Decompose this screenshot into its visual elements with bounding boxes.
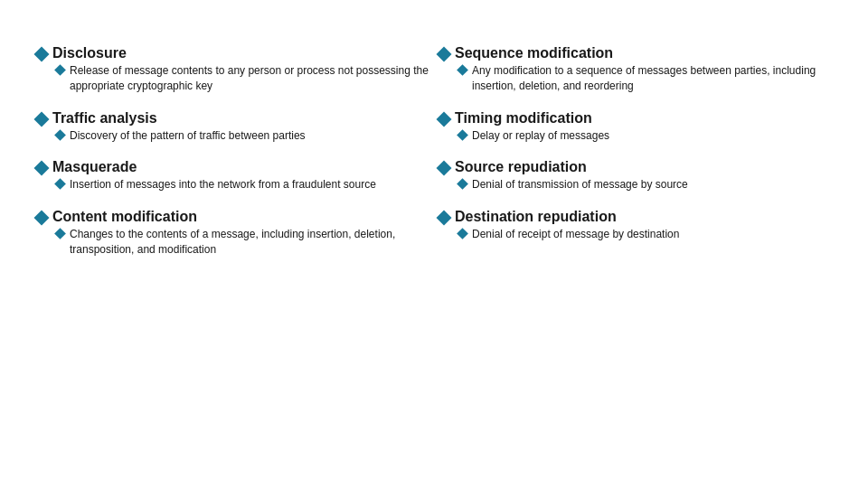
sub-diamond-icon xyxy=(54,228,66,239)
sub-text-disclosure: Release of message contents to any perso… xyxy=(70,63,429,94)
sub-item-destination-repudiation: Denial of receipt of message by destinat… xyxy=(458,227,832,242)
sub-diamond-icon xyxy=(457,228,468,239)
sub-text-source-repudiation: Denial of transmission of message by sou… xyxy=(472,177,688,192)
sub-diamond-icon xyxy=(54,129,66,141)
content-area: DisclosureRelease of message contents to… xyxy=(36,45,832,263)
section-title-source-repudiation: Source repudiation xyxy=(455,159,587,175)
sub-diamond-icon xyxy=(457,179,468,191)
section-header-sequence-modification: Sequence modification xyxy=(439,45,832,61)
section-header-destination-repudiation: Destination repudiation xyxy=(439,209,832,225)
sub-item-source-repudiation: Denial of transmission of message by sou… xyxy=(458,177,832,192)
sub-diamond-icon xyxy=(457,129,468,141)
diamond-icon xyxy=(437,211,452,226)
section-masquerade: MasqueradeInsertion of messages into the… xyxy=(36,159,429,192)
section-title-disclosure: Disclosure xyxy=(52,45,127,61)
sub-text-sequence-modification: Any modification to a sequence of messag… xyxy=(472,63,832,94)
section-title-traffic-analysis: Traffic analysis xyxy=(52,110,157,127)
sub-diamond-icon xyxy=(457,64,468,76)
diamond-icon xyxy=(437,161,452,176)
section-timing-modification: Timing modificationDelay or replay of me… xyxy=(439,110,832,144)
diamond-icon xyxy=(34,111,50,127)
sub-diamond-icon xyxy=(54,64,66,76)
sub-text-traffic-analysis: Discovery of the pattern of traffic betw… xyxy=(70,128,306,144)
section-sequence-modification: Sequence modificationAny modification to… xyxy=(439,45,832,94)
sub-item-content-modification: Changes to the contents of a message, in… xyxy=(56,227,429,258)
section-title-sequence-modification: Sequence modification xyxy=(455,45,613,61)
section-header-traffic-analysis: Traffic analysis xyxy=(36,110,429,127)
sub-text-timing-modification: Delay or replay of messages xyxy=(472,128,609,144)
diamond-icon xyxy=(437,47,452,62)
sub-item-traffic-analysis: Discovery of the pattern of traffic betw… xyxy=(56,128,429,144)
section-title-timing-modification: Timing modification xyxy=(455,110,592,127)
right-column: Sequence modificationAny modification to… xyxy=(439,45,832,263)
section-title-destination-repudiation: Destination repudiation xyxy=(455,209,617,225)
sub-item-disclosure: Release of message contents to any perso… xyxy=(56,63,429,94)
section-content-modification: Content modificationChanges to the conte… xyxy=(36,209,429,258)
sub-diamond-icon xyxy=(54,179,66,191)
sub-item-timing-modification: Delay or replay of messages xyxy=(458,128,832,144)
section-traffic-analysis: Traffic analysisDiscovery of the pattern… xyxy=(36,110,429,144)
section-header-masquerade: Masquerade xyxy=(36,159,429,175)
section-title-masquerade: Masquerade xyxy=(52,159,137,175)
section-disclosure: DisclosureRelease of message contents to… xyxy=(36,45,429,94)
section-header-disclosure: Disclosure xyxy=(36,45,429,61)
sub-text-content-modification: Changes to the contents of a message, in… xyxy=(70,227,429,258)
slide: DisclosureRelease of message contents to… xyxy=(0,0,868,488)
diamond-icon xyxy=(34,161,50,176)
section-header-content-modification: Content modification xyxy=(36,209,429,225)
diamond-icon xyxy=(34,211,50,226)
sub-item-sequence-modification: Any modification to a sequence of messag… xyxy=(458,63,832,94)
sub-item-masquerade: Insertion of messages into the network f… xyxy=(56,177,429,192)
diamond-icon xyxy=(437,111,452,127)
sub-text-masquerade: Insertion of messages into the network f… xyxy=(70,177,376,192)
section-destination-repudiation: Destination repudiationDenial of receipt… xyxy=(439,209,832,242)
sub-text-destination-repudiation: Denial of receipt of message by destinat… xyxy=(472,227,679,242)
section-title-content-modification: Content modification xyxy=(52,209,197,225)
section-header-source-repudiation: Source repudiation xyxy=(439,159,832,175)
section-source-repudiation: Source repudiationDenial of transmission… xyxy=(439,159,832,192)
section-header-timing-modification: Timing modification xyxy=(439,110,832,127)
diamond-icon xyxy=(34,47,50,62)
left-column: DisclosureRelease of message contents to… xyxy=(36,45,429,263)
